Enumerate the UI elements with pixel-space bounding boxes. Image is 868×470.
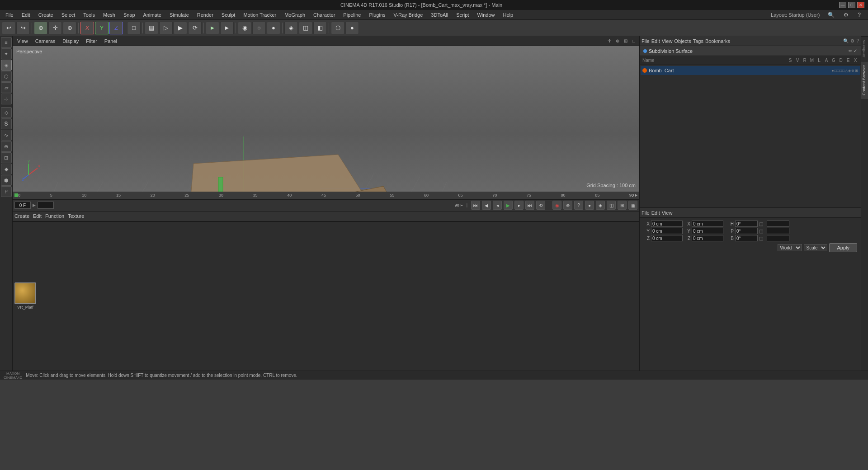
tool-diamond[interactable]: ◆	[1, 164, 12, 174]
frame-current-input[interactable]	[38, 202, 54, 209]
mat-menu-function[interactable]: Function	[45, 213, 64, 219]
menu-mesh[interactable]: Mesh	[99, 11, 119, 19]
render-region[interactable]: □	[127, 22, 141, 34]
subdiv-edit-icon[interactable]: ✏	[849, 48, 852, 53]
obj-icon-3[interactable]: ?	[856, 38, 859, 43]
menu-simulate[interactable]: Simulate	[166, 11, 193, 19]
mat-menu-texture[interactable]: Texture	[68, 213, 84, 219]
attr-menu-file[interactable]: File	[642, 210, 650, 216]
viewport-menu-filter[interactable]: Filter	[83, 38, 99, 45]
menu-pipeline[interactable]: Pipeline	[340, 11, 364, 19]
redo-button[interactable]: ↪	[16, 22, 30, 34]
menu-file[interactable]: File	[2, 11, 17, 19]
obj-icon-4[interactable]: □	[840, 69, 842, 73]
tool-sphere[interactable]: ⬡	[331, 22, 344, 34]
layout-settings[interactable]: ⚙	[840, 11, 852, 19]
obj-icon-2[interactable]: ⚙	[850, 38, 854, 43]
timeline-mode-2[interactable]: ◈	[596, 201, 605, 210]
render-btn-1[interactable]: ▤	[145, 22, 158, 34]
input-y-rot[interactable]	[692, 228, 723, 234]
snap-btn-2[interactable]: ►	[220, 22, 234, 34]
tool-filled[interactable]: ●	[345, 22, 359, 34]
viewport-icon-3[interactable]: ⊞	[622, 38, 629, 45]
menu-3dtoall[interactable]: 3DToAll	[427, 11, 452, 19]
obj-icon-solo[interactable]: ●	[832, 69, 834, 73]
obj-icon-1[interactable]: 🔍	[843, 38, 849, 43]
attr-menu-view[interactable]: View	[662, 210, 673, 216]
tool-python[interactable]: P	[1, 186, 12, 197]
vert-tab-content-browser[interactable]: Content Browser	[861, 61, 868, 99]
tool-grid[interactable]: ◫	[299, 22, 312, 34]
prev-frame-button[interactable]: ◀	[482, 201, 491, 210]
tool-hollow-circle[interactable]: ○	[252, 22, 266, 34]
y-axis[interactable]: Y	[95, 22, 108, 34]
tool-uvw[interactable]: ⊹	[1, 94, 12, 104]
undo-button[interactable]: ↩	[2, 22, 15, 34]
render-btn-4[interactable]: ⟳	[188, 22, 202, 34]
menu-create[interactable]: Create	[35, 11, 57, 19]
coord-system-dropdown[interactable]: World Object Screen	[778, 244, 802, 251]
obj-menu-view[interactable]: View	[662, 38, 673, 44]
minimize-button[interactable]: —	[839, 2, 846, 8]
menu-tools[interactable]: Tools	[80, 11, 99, 19]
tool-hex[interactable]: ◈	[284, 22, 298, 34]
viewport-menu-view[interactable]: View	[14, 38, 31, 45]
tool-plus[interactable]: ⊕	[1, 141, 12, 152]
tool-point[interactable]: ▱	[1, 82, 12, 93]
mat-menu-edit[interactable]: Edit	[33, 213, 42, 219]
menu-script[interactable]: Script	[453, 11, 472, 19]
tool-curve[interactable]: ∿	[1, 130, 12, 141]
move-button[interactable]: ✛	[48, 22, 62, 34]
layout-help[interactable]: ?	[854, 11, 864, 19]
input-x-rot[interactable]	[692, 221, 723, 227]
menu-sculpt[interactable]: Sculpt	[218, 11, 239, 19]
tool-dot[interactable]: ●	[267, 22, 280, 34]
tool-grid2[interactable]: ⊞	[1, 152, 12, 163]
input-size-y[interactable]	[767, 228, 789, 234]
menu-motion-tracker[interactable]: Motion Tracker	[240, 11, 280, 19]
scale-button[interactable]: ⊕	[63, 22, 76, 34]
tool-edge[interactable]: ⬡	[1, 71, 12, 82]
obj-icon-3[interactable]: □	[837, 69, 839, 73]
input-x-pos[interactable]	[651, 221, 683, 227]
tool-model[interactable]: ≡	[1, 37, 12, 48]
menu-select[interactable]: Select	[58, 11, 79, 19]
play-back-button[interactable]: ◂	[493, 201, 502, 210]
live-select-button[interactable]: ⊕	[34, 22, 47, 34]
obj-icon-7[interactable]: ◈	[848, 69, 851, 73]
viewport-icon-1[interactable]: ✛	[606, 38, 613, 45]
obj-icon-5[interactable]: □	[842, 69, 844, 73]
material-item[interactable]: VR_Platf	[14, 282, 36, 310]
timeline-mode-4[interactable]: ⊞	[618, 201, 627, 210]
tool-object[interactable]: ✦	[1, 48, 12, 59]
tool-circle[interactable]: ◉	[238, 22, 251, 34]
x-axis[interactable]: X	[80, 22, 94, 34]
timeline-mode-1[interactable]: ●	[585, 201, 594, 210]
menu-window[interactable]: Window	[473, 11, 498, 19]
input-size-z[interactable]	[767, 235, 789, 241]
go-end-button[interactable]: ⏭	[525, 201, 534, 210]
z-axis[interactable]: Z	[109, 22, 123, 34]
subdiv-check-icon[interactable]: ✓	[854, 48, 857, 53]
viewport-menu-cameras[interactable]: Cameras	[33, 38, 58, 45]
menu-edit[interactable]: Edit	[18, 11, 34, 19]
snap-btn-1[interactable]: ►	[206, 22, 219, 34]
menu-mograph[interactable]: MoGraph	[281, 11, 309, 19]
render-btn-2[interactable]: ▷	[159, 22, 173, 34]
tool-polygon[interactable]: ◈	[1, 60, 12, 70]
record-button[interactable]: ◉	[552, 201, 561, 210]
layout-icons[interactable]: 🔍	[824, 11, 838, 19]
menu-help[interactable]: Help	[500, 11, 517, 19]
input-size-x[interactable]	[767, 221, 789, 227]
go-start-button[interactable]: ⏮	[471, 201, 480, 210]
input-y-pos[interactable]	[651, 228, 683, 234]
play-button[interactable]: ▶	[504, 201, 513, 210]
render-btn-3[interactable]: ▶	[174, 22, 187, 34]
menu-plugins[interactable]: Plugins	[365, 11, 389, 19]
obj-icon-9[interactable]: ⊞	[855, 69, 858, 73]
mat-menu-create[interactable]: Create	[14, 213, 29, 219]
vert-tab-attributes[interactable]: Attributes	[861, 36, 868, 61]
next-frame-button[interactable]: ▸	[514, 201, 524, 210]
menu-render[interactable]: Render	[193, 11, 217, 19]
obj-icon-8[interactable]: ⊕	[851, 69, 854, 73]
